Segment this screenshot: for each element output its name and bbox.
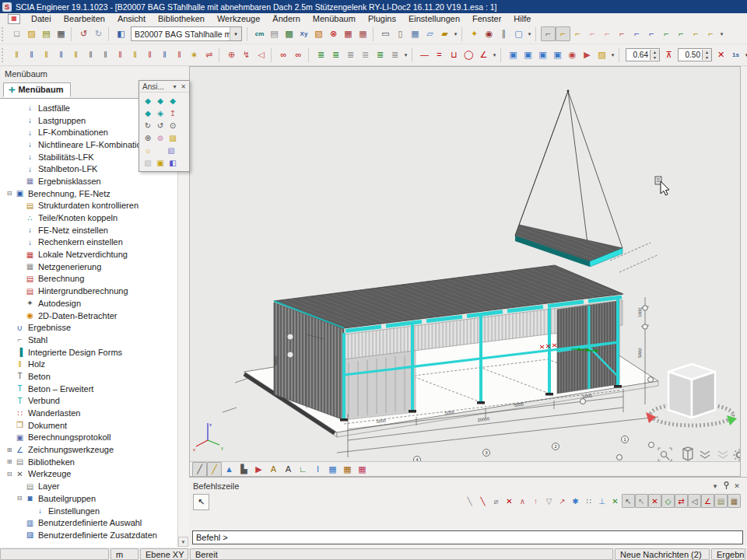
load-scale-spinner-arrows[interactable]: ▲▼ [702, 50, 711, 60]
find-button[interactable]: ◉ [482, 26, 496, 41]
trim-button[interactable]: ‖ [113, 47, 128, 62]
clipboard-button[interactable]: ▧ [311, 26, 326, 41]
calculation-results-button[interactable]: ▦ [356, 26, 370, 41]
view-scale-spinner-arrows[interactable]: ▲▼ [650, 50, 659, 60]
tree-item-beton-erweitert[interactable]: T Beton – Erweitert [0, 383, 177, 395]
navigation-cube[interactable] [646, 364, 737, 425]
view-image-button[interactable]: ▧ [165, 144, 177, 156]
select-poly-button[interactable]: ◇ [661, 494, 675, 508]
tree-expander[interactable]: ⊟ [5, 190, 14, 197]
copy-attrib-4-button[interactable]: ▣ [550, 47, 565, 62]
snap-ortho-button[interactable]: ⊥ [595, 494, 608, 508]
rotate-ccw-button[interactable]: ↺ [154, 119, 167, 131]
disconnect-button[interactable]: ‖ [172, 47, 187, 62]
split-beam-button[interactable]: ‖ [54, 47, 68, 62]
check-structure-button[interactable]: ↯ [239, 47, 254, 62]
document-edit-button[interactable]: ▰ [437, 26, 452, 41]
tree-item-lokale-netzverdichtung[interactable]: ▦ Lokale Netzverdichtung [0, 248, 177, 261]
line-button[interactable]: — [417, 47, 432, 62]
view-flag-1-button[interactable]: ⌐ [541, 26, 556, 41]
clipboard-view-button[interactable]: ▣ [154, 156, 167, 169]
print-preview-button[interactable]: ▯ [393, 26, 408, 41]
snap-point-button[interactable]: ↑ [529, 494, 542, 508]
show-member-labels-button[interactable]: A [281, 462, 296, 477]
model-viewport[interactable]: 5000 5000 5000 5000 20000 1000 5000 5000… [189, 66, 741, 477]
view-flag-9-button[interactable]: ⌐ [659, 26, 674, 41]
select-arrow-1-button[interactable]: ↖ [622, 494, 635, 508]
copy-attrib-2-button[interactable]: ▣ [521, 47, 535, 62]
link-1-button[interactable]: ∞ [276, 47, 291, 62]
workstation-button[interactable]: ◧ [114, 26, 128, 41]
fly-mode-button[interactable]: ▶ [580, 47, 594, 62]
view-scale-spinner-value[interactable]: 0.64 [626, 51, 650, 59]
view-z-button[interactable]: ◆ [167, 94, 179, 107]
tree-item-verbund[interactable]: T Verbund [0, 395, 177, 408]
view-axo-button[interactable]: ◆ [142, 107, 154, 119]
print-group-more[interactable]: ▾ [452, 31, 459, 37]
cut-button[interactable]: ✕ [714, 47, 728, 62]
grid-settings-button[interactable]: ▦ [325, 462, 340, 477]
status-results-cell[interactable]: Ergebn.S [711, 548, 745, 560]
snap-off-button[interactable]: ✕ [608, 494, 622, 508]
view-scale-spinner[interactable]: 0.64▲▼ [626, 48, 660, 61]
menu-plugins[interactable]: Plugins [362, 13, 402, 24]
polyline-button[interactable]: ⊔ [447, 47, 461, 62]
weld-button[interactable]: ∗ [187, 47, 202, 62]
view-params-button[interactable]: ▦ [355, 462, 370, 477]
document-button[interactable]: ▱ [423, 26, 437, 41]
view-flag-3-button[interactable]: ⌐ [570, 26, 585, 41]
merge-node-button[interactable]: ‖ [39, 47, 54, 62]
view-flag-6-button[interactable]: ⌐ [615, 26, 630, 41]
tree-item-benutzerdefinierte-auswahl[interactable]: ▥ Benutzerdefinierte Auswahl [0, 516, 177, 529]
tree-item-berechnung-fe-netz[interactable]: ⊟ ▣ Berechnung, FE-Netz [0, 187, 177, 200]
pile-4-button[interactable]: ≣ [358, 47, 373, 62]
draw-group-more[interactable]: ▾ [491, 52, 498, 58]
status-plane-cell[interactable]: Ebene XY [140, 548, 188, 560]
status-coords-cell[interactable] [0, 548, 109, 560]
render-settings-button[interactable]: ▦ [340, 462, 355, 477]
tree-item-ergebnisklassen[interactable]: ▦ Ergebnisklassen [0, 175, 177, 187]
view-x-button[interactable]: ◆ [142, 94, 154, 107]
view-cube-icon[interactable] [683, 447, 693, 460]
snap-intersection-button[interactable]: ✕ [503, 494, 516, 508]
view-flag-7-button[interactable]: ⌐ [630, 26, 644, 41]
project-combo-arrow-icon[interactable]: ▾ [230, 27, 241, 40]
show-loads-button[interactable]: ▙ [237, 462, 251, 477]
select-swap-button[interactable]: ⇄ [675, 494, 688, 508]
pile-5-button[interactable]: ≣ [373, 47, 388, 62]
tree-item-berechnungsprotokoll[interactable]: ▣ Berechnungsprotokoll [0, 432, 177, 444]
walk-mode-button[interactable]: ↥ [167, 107, 179, 119]
connect-nodes-button[interactable]: ⊕ [224, 47, 239, 62]
table-editor-button[interactable]: ▦ [408, 26, 423, 41]
light-button[interactable]: ☼ [142, 144, 154, 156]
tree-item-autodesign[interactable]: ✦ Autodesign [0, 297, 177, 310]
snap-midpoint-button[interactable]: ∧ [516, 494, 529, 508]
undo-button[interactable]: ↺ [76, 26, 91, 41]
open-library-button[interactable]: ▨ [594, 47, 609, 62]
tree-item-strukturdaten-kontrollieren[interactable]: ▤ Strukturdaten kontrollieren [0, 200, 177, 212]
extend-button[interactable]: ‖ [128, 47, 142, 62]
menu-datei[interactable]: Datei [25, 13, 58, 24]
snap-perpendicular-button[interactable]: ▽ [542, 494, 556, 508]
tree-item-beton[interactable]: T Beton [0, 370, 177, 383]
tree-item-einstellungen[interactable]: ↓ Einstellungen [0, 505, 177, 517]
menu-werkzeuge[interactable]: Werkzeuge [211, 13, 266, 24]
link-2-button[interactable]: ∞ [291, 47, 306, 62]
deselect-button[interactable]: ✕ [648, 494, 661, 508]
send-backward-icon[interactable] [700, 451, 710, 458]
tree-expander[interactable]: ⊞ [5, 446, 14, 453]
layers-button[interactable]: ▤ [267, 26, 282, 41]
open-project-button[interactable]: ▨ [24, 26, 39, 41]
rotate-cw-button[interactable]: ↻ [142, 119, 154, 131]
view-flag-8-button[interactable]: ⌐ [644, 26, 659, 41]
tab-menuebaum[interactable]: ✛ Menübaum [3, 82, 71, 97]
rendered-mode-button[interactable]: ╱ [207, 462, 222, 477]
select-group-more[interactable]: ▾ [526, 31, 533, 37]
join-beam-button[interactable]: ‖ [68, 47, 83, 62]
tree-item-integrierte-design-forms[interactable]: ▐ Integrierte Design Forms [0, 346, 177, 359]
view-y-button[interactable]: ◆ [154, 94, 167, 107]
special-select-button[interactable]: ✦ [467, 26, 482, 41]
circle-button[interactable]: ◯ [461, 47, 476, 62]
save-database-button[interactable]: ▤ [39, 26, 54, 41]
zoom-selection-button[interactable]: ⊚ [154, 131, 167, 144]
